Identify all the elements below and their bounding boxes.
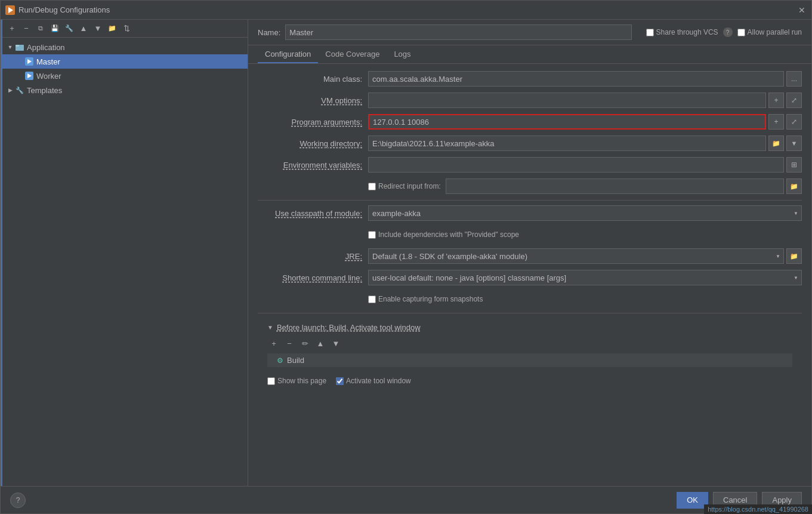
share-vcs-checkbox[interactable]	[646, 29, 654, 36]
before-launch-remove-button[interactable]: −	[283, 337, 296, 350]
jre-browse-button[interactable]: 📁	[786, 248, 802, 264]
snapshots-row: Enable capturing form snapshots	[258, 291, 802, 307]
env-vars-input[interactable]	[368, 157, 784, 173]
snapshots-checkbox[interactable]	[368, 296, 376, 303]
wrench-icon: 🔧	[15, 85, 24, 95]
add-config-button[interactable]: +	[5, 22, 18, 35]
expand-icon: ▼	[5, 42, 15, 52]
tree-group-application[interactable]: ▼ Application	[1, 40, 248, 54]
worker-label: Worker	[36, 72, 61, 81]
vm-options-input[interactable]	[368, 93, 766, 108]
jre-select[interactable]: Default (1.8 - SDK of 'example-akka' mod…	[368, 248, 784, 264]
working-dir-input[interactable]	[368, 136, 766, 151]
tab-code-coverage[interactable]: Code Coverage	[318, 45, 387, 63]
name-label: Name:	[258, 28, 280, 37]
main-class-input[interactable]	[368, 71, 784, 87]
main-class-browse-button[interactable]: ...	[786, 71, 802, 87]
redirect-row: Redirect input from: 📁	[258, 178, 802, 194]
vm-expand-button[interactable]: +	[768, 93, 784, 108]
run-debug-dialog: Run/Debug Configurations ✕ + − ⧉ 💾 🔧 ▲ ▼…	[0, 0, 812, 514]
move-to-folder-button[interactable]: 📁	[106, 22, 119, 35]
name-input[interactable]	[285, 24, 631, 40]
env-vars-edit-button[interactable]: ⊞	[786, 157, 802, 173]
redirect-checkbox[interactable]	[368, 183, 376, 190]
show-page-label: Show this page	[267, 377, 326, 385]
tree-item-templates[interactable]: ▶ 🔧 Templates	[1, 83, 248, 97]
args-fullscreen-button[interactable]: ⤢	[786, 114, 802, 130]
activate-window-label: Activate tool window	[336, 377, 411, 385]
include-deps-control: Include dependencies with "Provided" sco…	[368, 230, 802, 239]
tree-item-master[interactable]: Master	[1, 54, 248, 69]
separator-2	[258, 313, 802, 313]
tabs-bar: Configuration Code Coverage Logs	[248, 45, 811, 64]
vm-options-label: VM options:	[258, 96, 368, 105]
working-dir-label: Working directory:	[258, 139, 368, 148]
copy-config-button[interactable]: ⧉	[34, 22, 47, 35]
snapshots-control: Enable capturing form snapshots	[368, 295, 802, 303]
footer-left: ?	[10, 493, 672, 508]
dialog-icon	[5, 5, 15, 15]
remove-config-button[interactable]: −	[20, 22, 33, 35]
build-icon: ⚙	[277, 356, 283, 365]
before-launch-add-button[interactable]: +	[267, 337, 280, 350]
close-button[interactable]: ✕	[797, 5, 807, 15]
working-dir-dropdown-button[interactable]: ▼	[786, 136, 802, 151]
redirect-checkbox-label: Redirect input from:	[368, 182, 441, 190]
jre-label: JRE:	[258, 252, 368, 261]
classpath-select[interactable]: example-akka	[368, 205, 802, 221]
master-label: Master	[36, 57, 60, 66]
working-dir-browse-button[interactable]: 📁	[768, 136, 784, 151]
sort-button[interactable]: ⇅	[120, 22, 133, 35]
before-launch-title: Before launch: Build, Activate tool wind…	[277, 323, 421, 332]
before-launch-down-button[interactable]: ▼	[329, 337, 342, 350]
run-config-icon-2	[24, 71, 34, 81]
jre-row: JRE: Default (1.8 - SDK of 'example-akka…	[258, 248, 802, 264]
show-page-checkbox[interactable]	[267, 377, 275, 385]
activate-window-checkbox[interactable]	[336, 377, 344, 385]
tree-item-worker[interactable]: Worker	[1, 69, 248, 83]
program-args-input[interactable]	[368, 114, 766, 130]
include-deps-checkbox[interactable]	[368, 231, 376, 239]
build-item[interactable]: ⚙ Build	[267, 353, 792, 367]
before-launch-toolbar: + − ✏ ▲ ▼	[258, 337, 802, 350]
allow-parallel-checkbox[interactable]	[737, 29, 745, 36]
shorten-cmd-label: Shorten command line:	[258, 273, 368, 282]
redirect-browse-button[interactable]: 📁	[786, 178, 802, 194]
vm-fullscreen-button[interactable]: ⤢	[786, 93, 802, 108]
templates-label: Templates	[27, 86, 62, 95]
before-launch-up-button[interactable]: ▲	[314, 337, 327, 350]
program-args-control: + ⤢	[368, 114, 802, 130]
bottom-checks: Show this page Activate tool window	[258, 372, 802, 390]
before-launch-section: ▼ Before launch: Build, Activate tool wi…	[258, 318, 802, 372]
ok-button[interactable]: OK	[677, 492, 708, 509]
title-bar: Run/Debug Configurations ✕	[1, 1, 811, 20]
tab-configuration[interactable]: Configuration	[258, 45, 318, 63]
redirect-label: Redirect input from:	[378, 182, 441, 190]
spacer	[20, 57, 24, 66]
dialog-title: Run/Debug Configurations	[18, 5, 797, 14]
vm-options-control: + ⤢	[368, 93, 802, 108]
include-deps-label: Include dependencies with "Provided" sco…	[368, 230, 519, 239]
classpath-row: Use classpath of module: example-akka	[258, 205, 802, 221]
url-bar: https://blog.csdn.net/qq_41990268	[704, 504, 812, 514]
svg-rect-3	[16, 45, 19, 47]
save-config-button[interactable]: 💾	[48, 22, 61, 35]
help-button[interactable]: ?	[10, 493, 26, 508]
move-down-button[interactable]: ▼	[91, 22, 104, 35]
wrench-button[interactable]: 🔧	[63, 22, 76, 35]
before-launch-edit-button[interactable]: ✏	[298, 337, 311, 350]
left-toolbar: + − ⧉ 💾 🔧 ▲ ▼ 📁 ⇅	[1, 20, 248, 38]
env-vars-row: Environment variables: ⊞	[258, 157, 802, 173]
jre-control: Default (1.8 - SDK of 'example-akka' mod…	[368, 248, 802, 264]
move-up-button[interactable]: ▲	[77, 22, 90, 35]
redirect-input[interactable]	[446, 178, 784, 194]
shorten-cmd-select[interactable]: user-local default: none - java [options…	[368, 270, 802, 285]
tab-logs[interactable]: Logs	[387, 45, 418, 63]
vm-options-row: VM options: + ⤢	[258, 93, 802, 108]
help-icon[interactable]: ?	[723, 27, 733, 37]
args-expand-button[interactable]: +	[768, 114, 784, 130]
separator-1	[258, 200, 802, 201]
shorten-cmd-row: Shorten command line: user-local default…	[258, 270, 802, 285]
main-class-control: ...	[368, 71, 802, 87]
classpath-control: example-akka	[368, 205, 802, 221]
